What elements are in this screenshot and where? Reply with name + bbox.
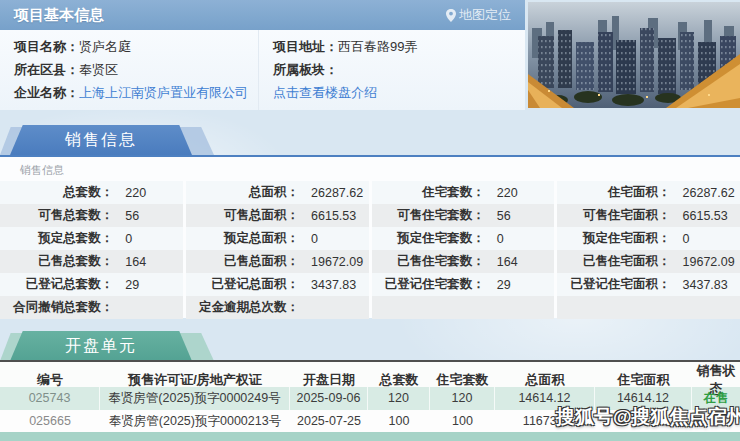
unit-permit: 奉贤房管(2025)预字0000249号 (100, 387, 290, 410)
sales-field-label: 预定总套数： (0, 230, 113, 247)
map-pin-icon (446, 9, 456, 22)
sales-cell (557, 296, 740, 319)
project-name-label: 项目名称： (14, 39, 79, 54)
sales-info-panel: 销售信息 总套数：220 总面积：26287.62 住宅套数：220 住宅面积：… (0, 157, 740, 318)
sales-tab-label: 销售信息 (10, 125, 192, 155)
project-company-link[interactable]: 上海上江南贤庐置业有限公司 (79, 85, 248, 100)
sales-field-value: 26287.62 (311, 186, 363, 200)
sales-field-label: 已售总套数： (0, 253, 113, 270)
sales-cell: 可售住宅套数：56 (372, 204, 555, 227)
unit-total-units: 100 (368, 414, 430, 428)
map-locate-link[interactable]: 地图定位 (446, 6, 525, 24)
sales-field-label: 定金逾期总次数： (186, 299, 299, 316)
sales-field-label: 合同撤销总套数： (0, 299, 113, 316)
sales-row-sold: 已售总套数：164 已售总面积：19672.09 已售住宅套数：164 已售住宅… (0, 250, 740, 273)
sales-field-label: 已售住宅套数： (372, 253, 485, 270)
opening-units-tab[interactable]: 开盘单元 (0, 331, 230, 361)
sales-cell: 已售住宅套数：164 (372, 250, 555, 273)
sales-field-label: 已售总面积： (186, 253, 299, 270)
sales-field-value: 164 (125, 255, 146, 269)
sales-field-label: 已登记住宅面积： (557, 276, 670, 293)
sales-field-label: 预定住宅面积： (557, 230, 670, 247)
sales-field-value: 29 (497, 278, 511, 292)
sales-field-label: 可售总面积： (186, 207, 299, 224)
project-company-label: 企业名称： (14, 85, 79, 100)
sales-cell: 已登记总面积：3437.83 (186, 273, 369, 296)
unit-permit: 奉贤房管(2025)预字0000213号 (100, 413, 290, 430)
sales-cell: 已售住宅面积：19672.09 (557, 250, 740, 273)
sales-subtitle: 销售信息 (0, 157, 740, 181)
sales-field-label: 已登记总面积： (186, 276, 299, 293)
sales-cell: 已售总套数：164 (0, 250, 183, 273)
sales-field-value: 29 (125, 278, 139, 292)
sales-info-tab[interactable]: 销售信息 (0, 125, 230, 155)
project-plate-row: 所属板块： (259, 58, 525, 81)
project-district-label: 所在区县： (14, 62, 79, 77)
project-address-row: 项目地址：西百春路99弄 (259, 35, 525, 58)
view-intro-link[interactable]: 点击查看楼盘介绍 (273, 85, 377, 100)
sales-field-value: 26287.62 (683, 186, 735, 200)
unit-number: 025743 (0, 387, 100, 410)
sales-field-value: 220 (497, 186, 518, 200)
sales-cell: 已登记总套数：29 (0, 273, 183, 296)
sales-field-label: 可售住宅面积： (557, 207, 670, 224)
sales-cell: 预定住宅面积：0 (557, 227, 740, 250)
unit-open-date: 2025-07-25 (290, 414, 368, 428)
sales-field-label: 住宅套数： (372, 184, 485, 201)
project-info-body: 项目名称：贤庐名庭 所在区县：奉贤区 企业名称：上海上江南贤庐置业有限公司 项目… (0, 30, 525, 110)
map-locate-label: 地图定位 (459, 6, 511, 24)
sales-cell: 已登记住宅面积：3437.83 (557, 273, 740, 296)
sales-cell: 可售总套数：56 (0, 204, 183, 227)
sales-field-value: 3437.83 (683, 278, 728, 292)
sales-field-label: 已售住宅面积： (557, 253, 670, 270)
sales-field-label: 已登记总套数： (0, 276, 113, 293)
sales-field-label: 总套数： (0, 184, 113, 201)
unit-residential-units: 100 (430, 414, 495, 428)
project-name-row: 项目名称：贤庐名庭 (0, 35, 258, 58)
units-tab-label: 开盘单元 (10, 331, 192, 361)
sales-cell: 可售住宅面积：6615.53 (557, 204, 740, 227)
sales-cell: 可售总面积：6615.53 (186, 204, 369, 227)
sales-field-label: 可售住宅套数： (372, 207, 485, 224)
project-info-col-right: 项目地址：西百春路99弄 所属板块： 点击查看楼盘介绍 (258, 30, 525, 110)
unit-number: 025665 (0, 414, 100, 428)
sales-field-value: 0 (497, 232, 504, 246)
project-info-title: 项目基本信息 (0, 6, 104, 25)
project-company-row: 企业名称：上海上江南贤庐置业有限公司 (0, 81, 258, 104)
sales-field-value: 0 (683, 232, 690, 246)
sales-cell (372, 296, 555, 319)
sales-cell: 预定总面积：0 (186, 227, 369, 250)
sales-cell: 住宅面积：26287.62 (557, 181, 740, 204)
sales-field-value: 0 (311, 232, 318, 246)
project-plate-label: 所属板块： (273, 62, 338, 77)
sales-field-value: 3437.83 (311, 278, 356, 292)
sales-field-value: 220 (125, 186, 146, 200)
sales-row-registered: 已登记总套数：29 已登记总面积：3437.83 已登记住宅套数：29 已登记住… (0, 273, 740, 296)
sales-cell: 合同撤销总套数： (0, 296, 183, 319)
sales-cell: 住宅套数：220 (372, 181, 555, 204)
project-info-header: 项目基本信息 地图定位 (0, 0, 525, 30)
project-photo (528, 2, 740, 108)
next-row-edge-bar (0, 432, 740, 441)
units-table-header: 编号 预售许可证/房地产权证 开盘日期 总套数 住宅套数 总面积 住宅面积 销售… (0, 362, 740, 387)
unit-open-date: 2025-09-06 (290, 387, 368, 410)
sales-field-label: 住宅面积： (557, 184, 670, 201)
sales-row-reserved: 预定总套数：0 预定总面积：0 预定住宅套数：0 预定住宅面积：0 (0, 227, 740, 250)
sales-field-label: 预定总面积： (186, 230, 299, 247)
sales-cell: 预定住宅套数：0 (372, 227, 555, 250)
project-address-value: 西百春路99弄 (338, 39, 417, 54)
sales-field-label: 预定住宅套数： (372, 230, 485, 247)
sales-cell: 总面积：26287.62 (186, 181, 369, 204)
project-district-value: 奉贤区 (79, 62, 118, 77)
sales-field-value: 56 (497, 209, 511, 223)
sales-row-cancelled: 合同撤销总套数： 定金逾期总次数： (0, 296, 740, 319)
sales-field-label: 总面积： (186, 184, 299, 201)
unit-total-units: 120 (368, 387, 430, 410)
sales-field-value: 6615.53 (311, 209, 356, 223)
sohu-watermark: 搜狐号@搜狐焦点宿州站 (556, 404, 740, 430)
sales-cell: 已售总面积：19672.09 (186, 250, 369, 273)
sales-field-value: 164 (497, 255, 518, 269)
sales-field-value: 6615.53 (683, 209, 728, 223)
project-intro-row: 点击查看楼盘介绍 (259, 81, 525, 104)
unit-residential-units: 120 (430, 387, 495, 410)
